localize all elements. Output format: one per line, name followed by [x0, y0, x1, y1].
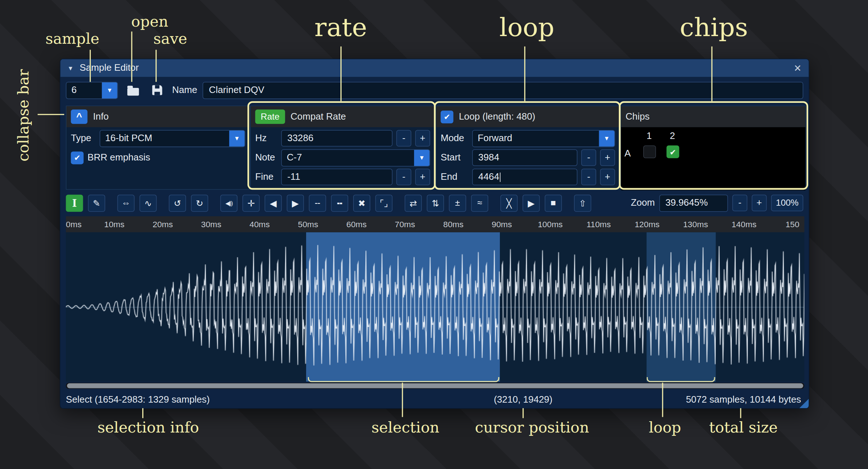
fine-minus-button[interactable]: - [396, 169, 411, 185]
fine-input[interactable]: -11 [281, 169, 393, 185]
resample-wave-icon: ∿ [144, 198, 152, 208]
loop-end-input[interactable]: 4464 [472, 169, 577, 185]
cross-arrows-icon: ╳ [506, 198, 512, 208]
annotation-line-loop-region [662, 383, 663, 417]
chip-1-checkbox[interactable] [643, 146, 656, 158]
zoom-in-button[interactable]: + [752, 195, 767, 211]
zoom-reset-button[interactable]: 100% [771, 195, 803, 211]
status-bar: Select (1654-2983: 1329 samples) (3210, … [60, 391, 809, 408]
insert-silence-button[interactable]: ╌ [309, 194, 326, 212]
loop-end-plus-button[interactable]: + [600, 169, 615, 185]
draw-tool-button[interactable]: ✎ [88, 194, 105, 212]
collapse-bar-button[interactable]: ^ [71, 109, 88, 124]
create-wavetable-button[interactable]: ⇧ [574, 194, 591, 212]
amplify-button[interactable]: ◀)) [220, 194, 238, 212]
fade-out-button[interactable]: ▶ [287, 194, 304, 212]
loop-mode-dropdown[interactable]: Forward ▼ [472, 130, 615, 147]
sign-button[interactable]: ± [449, 194, 466, 212]
timeline-tick: 20ms [153, 220, 173, 229]
rate-button[interactable]: Rate [255, 109, 285, 124]
waveform-display[interactable] [66, 232, 805, 381]
ibeam-select-icon: I [72, 197, 77, 209]
titlebar[interactable]: ▼ Sample Editor ✕ [60, 59, 809, 77]
chip-column-1: 1 [647, 131, 652, 142]
save-button[interactable] [148, 82, 167, 99]
annotation-line-save [155, 50, 157, 82]
timeline-tick: 100ms [538, 220, 563, 229]
chevron-down-icon: ▼ [229, 130, 244, 146]
loop-start-plus-button[interactable]: + [600, 149, 615, 166]
zoom-out-button[interactable]: - [732, 195, 747, 211]
loop-panel-header: ✔ Loop (length: 480) [436, 106, 620, 127]
close-icon[interactable]: ✕ [794, 62, 802, 74]
chip-row-label: A [624, 148, 630, 159]
x-delete-icon: ✖ [358, 198, 365, 208]
loop-start-input[interactable]: 3984 [472, 149, 577, 166]
name-label: Name [172, 85, 197, 96]
annotation-line-loop [524, 46, 525, 101]
reverse-button[interactable]: ⇄ [405, 194, 422, 212]
apply-silence-button[interactable]: ╍ [331, 194, 348, 212]
timeline-tick: 120ms [634, 220, 659, 229]
horizontal-scrollbar[interactable] [66, 383, 805, 389]
window-collapse-icon[interactable]: ▼ [67, 65, 74, 71]
loop-checkbox[interactable]: ✔ [441, 111, 454, 123]
zoom-input[interactable]: 39.9645% [659, 194, 728, 212]
annotation-line-selection [402, 383, 403, 417]
fade-in-button[interactable]: ◀ [265, 194, 282, 212]
resize-button[interactable]: ⇔ [117, 194, 135, 212]
annotation-line-chips [711, 46, 713, 101]
hz-plus-button[interactable]: + [415, 130, 430, 146]
annotation-open: open [131, 13, 169, 30]
filter-button[interactable]: ≈ [471, 194, 488, 212]
hz-label: Hz [255, 133, 277, 144]
redo-button[interactable]: ↻ [191, 194, 208, 212]
stop-preview-button[interactable]: ■ [545, 194, 562, 212]
arrows-cross-icon: ✛ [247, 198, 255, 208]
loop-start-minus-button[interactable]: - [581, 149, 596, 166]
fine-value: -11 [287, 171, 300, 182]
resize-icon: ⇔ [121, 198, 130, 208]
select-tool-button[interactable]: I [66, 194, 83, 212]
type-label: Type [71, 133, 96, 144]
timeline-tick: 0ms [66, 220, 82, 229]
name-input[interactable]: Clarinet DQV [203, 82, 803, 99]
open-button[interactable] [123, 82, 142, 99]
crossfade-button[interactable]: ╳ [501, 194, 518, 212]
total-size-text: 5072 samples, 10144 bytes [686, 394, 801, 405]
timeline-tick: 140ms [732, 220, 756, 229]
timeline-tick: 80ms [443, 220, 464, 229]
delete-button[interactable]: ✖ [353, 194, 370, 212]
note-dropdown[interactable]: C-7 ▼ [281, 149, 430, 166]
zoom-value: 39.9645% [666, 197, 708, 208]
normalize-button[interactable]: ✛ [243, 194, 260, 212]
resample-button[interactable]: ∿ [139, 194, 157, 212]
brr-emphasis-checkbox[interactable]: ✔ [71, 151, 84, 164]
annotation-line-selection-info [142, 408, 143, 418]
scrollbar-thumb[interactable] [67, 383, 803, 388]
chip-column-2: 2 [670, 131, 675, 142]
annotation-selection: selection [371, 419, 439, 436]
annotation-sample: sample [45, 30, 99, 47]
type-dropdown[interactable]: 16-bit PCM ▼ [100, 130, 245, 147]
sample-number-dropdown[interactable]: 6 ▼ [66, 82, 118, 99]
pencil-icon: ✎ [93, 198, 100, 208]
preview-button[interactable]: ▶ [522, 194, 540, 212]
loop-end-minus-button[interactable]: - [581, 169, 596, 185]
save-floppy-icon [152, 85, 162, 95]
annotation-rate: rate [315, 12, 367, 42]
undo-button[interactable]: ↺ [169, 194, 186, 212]
chip-2-checkbox[interactable]: ✔ [667, 146, 679, 158]
trim-button[interactable]: ⌜⌟ [375, 194, 393, 212]
fine-plus-button[interactable]: + [415, 169, 430, 185]
annotation-chips: chips [680, 12, 748, 42]
resize-grip[interactable] [799, 399, 809, 408]
chips-panel: Chips 1 2 A ✔ [621, 106, 806, 190]
zoom-label: Zoom [631, 197, 655, 208]
loop-panel: ✔ Loop (length: 480) Mode Forward ▼ Star… [436, 106, 620, 190]
invert-button[interactable]: ⇅ [427, 194, 444, 212]
hz-input[interactable]: 33286 [281, 130, 393, 146]
timeline-tick: 30ms [201, 220, 221, 229]
timeline-tick: 40ms [250, 220, 270, 229]
hz-minus-button[interactable]: - [396, 130, 411, 146]
